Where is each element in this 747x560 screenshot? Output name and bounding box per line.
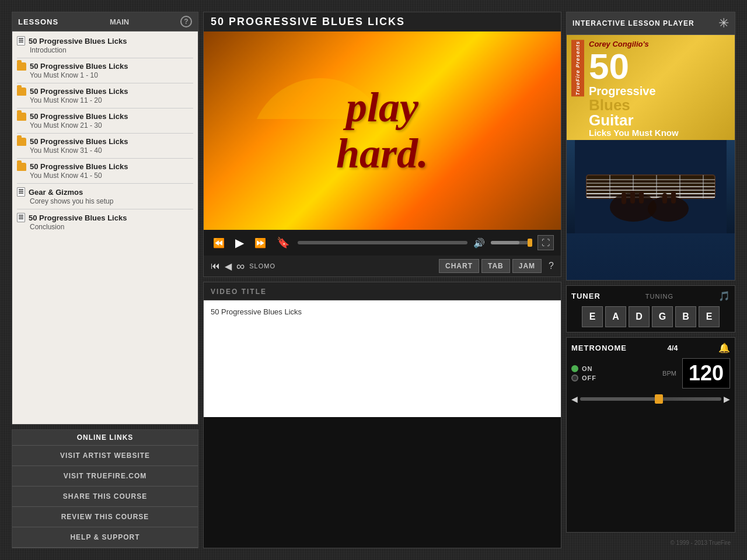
lesson-group-title-1: 50 Progressive Blues Licks: [30, 62, 128, 71]
skip-to-start-icon[interactable]: ⏮: [211, 261, 220, 271]
tempo-thumb[interactable]: [655, 394, 663, 404]
lesson-group-title-3: 50 Progressive Blues Licks: [30, 112, 128, 121]
svg-rect-21: [630, 191, 635, 204]
string-G[interactable]: G: [652, 306, 673, 327]
string-E-high[interactable]: E: [699, 306, 720, 327]
tuning-label: TUNING: [645, 293, 673, 300]
bookmark-button[interactable]: 🔖: [274, 235, 292, 250]
metro-off-dot: [571, 374, 578, 382]
bpm-label: BPM: [662, 370, 676, 377]
prev-frame-icon[interactable]: ◀: [225, 261, 232, 272]
metronome-header: METRONOME 4/4 🔔: [571, 342, 730, 354]
string-B[interactable]: B: [675, 306, 696, 327]
lesson-group-title-5: 50 Progressive Blues Licks: [30, 162, 128, 171]
rewind-button[interactable]: ⏪: [211, 236, 227, 250]
divider: [17, 158, 193, 159]
lesson-subtitle-2: You Must Know 11 - 20: [17, 96, 193, 104]
lesson-item-1-10[interactable]: 50 Progressive Blues Licks You Must Know…: [12, 60, 198, 82]
metronome-bell-icon: 🔔: [718, 342, 730, 354]
course-thumbnail[interactable]: TrueFire Presents Corey Congilio's 50 Pr…: [567, 35, 735, 280]
visit-artist-button[interactable]: VISIT ARTIST WEBSITE: [12, 446, 198, 466]
main-label: MAIN: [110, 18, 129, 26]
metro-on-radio[interactable]: ON: [571, 365, 596, 372]
metro-on-off-controls: ON OFF BPM 120: [571, 358, 730, 388]
thumbnail-top: TrueFire Presents Corey Congilio's 50 Pr…: [567, 35, 735, 140]
guitar-label: Guitar: [589, 113, 730, 128]
lesson-group-title-7: 50 Progressive Blues Licks: [29, 214, 127, 222]
tuning-fork-icon: 🎵: [718, 290, 730, 302]
jam-tab[interactable]: JAM: [512, 259, 542, 273]
divider: [17, 133, 193, 134]
loop-icon[interactable]: ∞: [236, 260, 245, 273]
tempo-increase-button[interactable]: ▶: [724, 394, 730, 404]
metronome-title: METRONOME: [571, 344, 627, 352]
tab-tab[interactable]: TAB: [481, 259, 510, 273]
chart-tab[interactable]: CHART: [439, 259, 479, 273]
video-info-title-label: VIDEO TITLE: [211, 288, 267, 296]
fast-forward-button[interactable]: ⏩: [252, 236, 268, 250]
divider: [17, 108, 193, 108]
share-course-button[interactable]: SHARE THIS COURSE: [12, 487, 198, 507]
lesson-item-21-30[interactable]: 50 Progressive Blues Licks You Must Know…: [12, 110, 198, 132]
lesson-group-title-4: 50 Progressive Blues Licks: [30, 137, 128, 146]
right-panel: INTERACTIVE LESSON PLAYER ✳ TrueFire Pre…: [566, 12, 735, 548]
play-button[interactable]: ▶: [233, 235, 246, 251]
visit-truefire-button[interactable]: VISIT TRUEFIRE.COM: [12, 466, 198, 487]
lesson-group-title-2: 50 Progressive Blues Licks: [30, 87, 128, 96]
copyright-text: © 1999 - 2013 TrueFire: [566, 537, 735, 548]
page-icon: [17, 36, 25, 46]
metro-radio-group: ON OFF: [571, 365, 596, 382]
video-player[interactable]: play hard.: [204, 32, 561, 230]
metronome-section: METRONOME 4/4 🔔 ON OFF BPM 120: [566, 337, 735, 533]
volume-icon: 🔊: [473, 237, 485, 249]
string-A[interactable]: A: [605, 306, 626, 327]
lesson-subtitle-0: Introduction: [17, 46, 193, 54]
metro-on-dot: [571, 365, 578, 372]
help-support-button[interactable]: HELP & SUPPORT: [12, 527, 198, 548]
metro-off-label: OFF: [582, 374, 596, 382]
lesson-item-31-40[interactable]: 50 Progressive Blues Licks You Must Know…: [12, 135, 198, 157]
lesson-subtitle-3: You Must Know 21 - 30: [17, 121, 193, 130]
licks-label: Licks You Must Know: [589, 128, 730, 138]
tuner-header: TUNER TUNING 🎵: [571, 290, 730, 302]
controls-help-icon[interactable]: ?: [549, 261, 554, 271]
online-links-header: ONLINE LINKS: [12, 430, 198, 446]
tempo-slider[interactable]: [580, 397, 721, 401]
video-section: 50 PROGRESSIVE BLUES LICKS play hard. ⏪: [203, 12, 561, 277]
lesson-subtitle-5: You Must Know 41 - 50: [17, 172, 193, 180]
lesson-item-conclusion[interactable]: 50 Progressive Blues Licks Conclusion: [12, 211, 198, 233]
video-info-section: VIDEO TITLE 50 Progressive Blues Licks: [203, 282, 561, 548]
guitar-image: [567, 140, 735, 233]
lesson-item-11-20[interactable]: 50 Progressive Blues Licks You Must Know…: [12, 85, 198, 107]
divider: [17, 83, 193, 83]
lesson-item-gear[interactable]: Gear & Gizmos Corey shows you his setup: [12, 185, 198, 208]
string-E-low[interactable]: E: [582, 306, 603, 327]
blues-label: Blues: [589, 97, 730, 113]
tuner-strings: E A D G B E: [571, 306, 730, 327]
string-D[interactable]: D: [629, 306, 650, 327]
video-controls-row2: ⏮ ◀ ∞ SLOMO CHART TAB JAM ?: [204, 256, 561, 276]
lessons-title: LESSONS: [18, 18, 58, 26]
progress-bar[interactable]: [298, 241, 467, 244]
help-button[interactable]: ?: [180, 16, 192, 27]
lesson-item-41-50[interactable]: 50 Progressive Blues Licks You Must Know…: [12, 160, 198, 182]
ilp-title: INTERACTIVE LESSON PLAYER: [573, 19, 694, 27]
folder-icon-5: [17, 163, 26, 171]
left-panel: LESSONS MAIN ? 50 Progressive Blues Lick…: [12, 12, 198, 425]
online-links-panel: ONLINE LINKS VISIT ARTIST WEBSITE VISIT …: [12, 429, 198, 548]
time-signature: 4/4: [667, 344, 678, 352]
video-overlay-text: play hard.: [336, 85, 428, 177]
fullscreen-button[interactable]: ⛶: [537, 235, 554, 250]
tempo-decrease-button[interactable]: ◀: [571, 394, 578, 404]
ilp-header: INTERACTIVE LESSON PLAYER ✳: [567, 12, 735, 35]
lessons-list: 50 Progressive Blues Licks Introduction …: [12, 32, 198, 424]
review-course-button[interactable]: REVIEW THIS COURSE: [12, 507, 198, 527]
tempo-slider-container: ◀ ▶: [571, 394, 730, 404]
divider: [17, 209, 193, 209]
svg-rect-22: [639, 191, 644, 204]
tuner-title: TUNER: [571, 292, 601, 300]
svg-rect-23: [662, 193, 667, 204]
volume-bar[interactable]: [491, 241, 532, 244]
lesson-item-intro[interactable]: 50 Progressive Blues Licks Introduction: [12, 34, 198, 57]
metro-off-radio[interactable]: OFF: [571, 374, 596, 382]
